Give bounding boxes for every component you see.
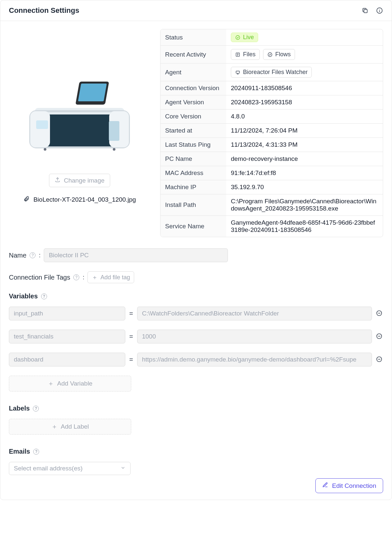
detail-label: Machine IP <box>160 180 226 194</box>
agent-button[interactable]: Bioreactor Files Watcher <box>231 67 312 78</box>
remove-variable-button[interactable] <box>376 310 383 317</box>
help-icon[interactable]: ? <box>41 293 47 299</box>
variable-value-input[interactable] <box>137 307 372 320</box>
detail-value: demo-recovery-instance <box>226 152 383 166</box>
help-icon[interactable]: ? <box>73 274 79 280</box>
upload-icon <box>55 177 61 184</box>
detail-label: MAC Address <box>160 166 226 180</box>
variable-value-input[interactable] <box>137 353 372 366</box>
svg-point-21 <box>268 53 272 57</box>
copy-icon[interactable] <box>361 7 369 14</box>
svg-point-16 <box>236 36 240 39</box>
svg-rect-0 <box>364 10 367 13</box>
image-filename: BioLector-XT-2021-04_003_1200.jpg <box>34 196 136 203</box>
equals-sign: = <box>129 310 133 317</box>
detail-value: 20240911-183508546 <box>226 81 383 95</box>
add-file-tag-button[interactable]: ＋ Add file tag <box>87 271 134 283</box>
emails-placeholder: Select email address(es) <box>14 465 83 472</box>
chevron-down-icon <box>120 465 126 472</box>
detail-value: GanymedeAgent-94dfeae8-685f-4175-96d6-23… <box>226 216 383 237</box>
detail-label: Recent Activity <box>160 46 226 63</box>
detail-label: Status <box>160 29 226 45</box>
name-label: Name <box>9 252 26 259</box>
edit-connection-button[interactable]: Edit Connection <box>315 478 383 493</box>
detail-value: Live <box>226 29 383 45</box>
edit-connection-label: Edit Connection <box>332 482 376 489</box>
svg-rect-12 <box>109 121 119 141</box>
details-table: StatusLiveRecent ActivityFilesFlowsAgent… <box>160 29 383 237</box>
plus-icon: ＋ <box>48 379 54 388</box>
svg-point-3 <box>379 9 380 10</box>
detail-label: Started at <box>160 124 226 138</box>
paperclip-icon <box>23 196 30 204</box>
svg-point-14 <box>113 148 115 151</box>
svg-rect-7 <box>30 111 50 147</box>
remove-variable-button[interactable] <box>376 333 383 340</box>
emails-heading: Emails <box>9 448 30 455</box>
equals-sign: = <box>129 333 133 340</box>
equals-sign: = <box>129 356 133 364</box>
detail-value: Bioreactor Files Watcher <box>226 63 383 81</box>
add-variable-button[interactable]: ＋ Add Variable <box>9 376 131 391</box>
detail-label: Last Status Ping <box>160 138 226 152</box>
svg-point-13 <box>44 148 46 151</box>
info-icon[interactable] <box>376 7 383 14</box>
variables-heading: Variables <box>9 292 38 300</box>
file-tags-label: Connection File Tags <box>9 274 70 281</box>
remove-variable-button[interactable] <box>376 356 383 363</box>
detail-value: 11/12/2024, 7:26:04 PM <box>226 124 383 138</box>
svg-rect-22 <box>236 71 240 73</box>
add-label-button[interactable]: ＋ Add Label <box>9 419 131 435</box>
files-button[interactable]: Files <box>231 49 260 60</box>
detail-value: 4.8.0 <box>226 110 383 123</box>
help-icon[interactable]: ? <box>33 406 39 412</box>
variable-name-input[interactable] <box>9 307 125 320</box>
detail-label: PC Name <box>160 152 226 166</box>
add-variable-label: Add Variable <box>57 380 92 387</box>
plus-icon: ＋ <box>51 422 58 431</box>
edit-icon <box>322 482 328 489</box>
help-icon[interactable]: ? <box>30 252 36 258</box>
svg-rect-11 <box>78 84 107 101</box>
add-label-label: Add Label <box>61 423 89 430</box>
change-image-button[interactable]: Change image <box>49 174 110 187</box>
device-image <box>27 59 132 170</box>
variable-name-input[interactable] <box>9 330 125 343</box>
change-image-label: Change image <box>64 177 105 184</box>
add-file-tag-label: Add file tag <box>100 274 130 281</box>
variable-value-input[interactable] <box>137 330 372 343</box>
detail-label: Connection Version <box>160 81 226 95</box>
labels-heading: Labels <box>9 405 30 412</box>
detail-value: 35.192.9.70 <box>226 180 383 194</box>
name-input[interactable] <box>44 248 228 262</box>
detail-value: C:\Program Files\Ganymede\Canned\Bioreac… <box>226 194 383 215</box>
emails-select[interactable]: Select email address(es) <box>9 462 131 475</box>
detail-value: 11/13/2024, 4:31:33 PM <box>226 138 383 152</box>
help-icon[interactable]: ? <box>33 449 39 455</box>
flows-button[interactable]: Flows <box>263 49 295 60</box>
detail-label: Agent Version <box>160 95 226 109</box>
detail-value: FilesFlows <box>226 46 383 63</box>
detail-value: 91:fe:14:7d:ef:f8 <box>226 166 383 180</box>
detail-label: Core Version <box>160 110 226 123</box>
detail-label: Service Name <box>160 216 226 237</box>
status-tag: Live <box>231 33 258 42</box>
detail-value: 20240823-195953158 <box>226 95 383 109</box>
detail-label: Agent <box>160 63 226 81</box>
variable-name-input[interactable] <box>9 353 125 366</box>
plus-icon: ＋ <box>92 273 98 281</box>
page-title: Connection Settings <box>9 6 79 15</box>
detail-label: Install Path <box>160 194 226 215</box>
svg-rect-9 <box>36 120 48 129</box>
